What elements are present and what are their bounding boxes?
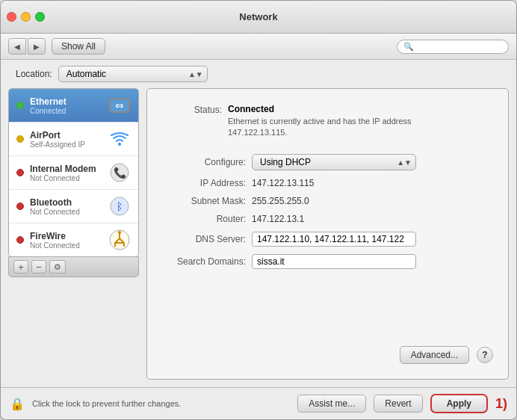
- firewire-name: FireWire: [30, 231, 108, 241]
- status-label: Status:: [162, 104, 222, 115]
- status-description: Ethernet is currently active and has the…: [228, 116, 430, 139]
- sidebar-wrap: Ethernet Connected ⇔ AirPort Self-Assign…: [8, 88, 139, 380]
- bluetooth-status: Not Connected: [30, 208, 108, 216]
- revert-button[interactable]: Revert: [374, 395, 422, 413]
- configure-row: Configure: Using DHCP Manually Using DHC…: [162, 154, 493, 170]
- toolbar: ◀ ▶ Show All 🔍: [1, 34, 516, 60]
- modem-text: Internal Modem Not Connected: [30, 164, 108, 182]
- drag-arrows-icon: ⇔: [109, 98, 130, 113]
- footer-message: Click the lock to prevent further change…: [32, 399, 290, 408]
- advanced-row: Advanced... ?: [162, 346, 493, 364]
- firewire-status-dot: [16, 236, 24, 244]
- sidebar-item-bluetooth[interactable]: Bluetooth Not Connected ᛒ: [9, 190, 138, 223]
- svg-text:ᛒ: ᛒ: [117, 200, 123, 212]
- sidebar: Ethernet Connected ⇔ AirPort Self-Assign…: [8, 88, 139, 257]
- router-value: 147.122.13.1: [252, 214, 304, 224]
- minimize-button[interactable]: [21, 12, 31, 22]
- search-domains-row: Search Domains:: [162, 254, 493, 269]
- search-icon: 🔍: [403, 42, 414, 52]
- ip-value: 147.122.13.115: [252, 178, 314, 188]
- location-label: Location:: [16, 69, 52, 79]
- sidebar-item-ethernet[interactable]: Ethernet Connected ⇔: [9, 89, 138, 123]
- dns-label: DNS Server:: [162, 234, 252, 244]
- bluetooth-icon: ᛒ: [108, 195, 131, 217]
- firewire-status: Not Connected: [30, 241, 108, 250]
- airport-text: AirPort Self-Assigned IP: [30, 130, 108, 149]
- subnet-value: 255.255.255.0: [252, 196, 309, 206]
- back-button[interactable]: ◀: [8, 38, 26, 55]
- svg-text:📞: 📞: [114, 167, 127, 179]
- main-content: Ethernet Connected ⇔ AirPort Self-Assign…: [1, 88, 516, 387]
- ethernet-text: Ethernet Connected: [30, 96, 108, 115]
- annotation-1: 1): [495, 396, 507, 412]
- status-row: Status: Connected Ethernet is currently …: [162, 104, 493, 139]
- ethernet-icon: ⇔: [108, 94, 131, 117]
- location-select[interactable]: Automatic Edit Locations...: [58, 66, 208, 82]
- ethernet-status: Connected: [30, 107, 108, 115]
- dns-row: DNS Server:: [162, 232, 493, 247]
- show-all-button[interactable]: Show All: [52, 38, 105, 55]
- add-connection-button[interactable]: +: [13, 260, 28, 274]
- apply-button[interactable]: Apply: [430, 394, 488, 413]
- network-window: 2) Network ◀ ▶ Show All 🔍 Location: Auto…: [0, 0, 517, 420]
- search-domains-label: Search Domains:: [162, 256, 252, 267]
- bluetooth-status-dot: [16, 203, 24, 210]
- sidebar-controls: + − ⚙: [8, 256, 139, 277]
- maximize-button[interactable]: [35, 12, 45, 22]
- dns-input[interactable]: [252, 232, 416, 247]
- footer: 🔒 Click the lock to prevent further chan…: [1, 387, 516, 419]
- ip-row: IP Address: 147.122.13.115: [162, 178, 493, 188]
- traffic-lights: [7, 12, 45, 22]
- search-box[interactable]: 🔍: [397, 40, 509, 54]
- bluetooth-name: Bluetooth: [30, 197, 108, 208]
- location-select-wrap: Automatic Edit Locations... ▲▼: [58, 66, 208, 82]
- assist-me-button[interactable]: Assist me...: [297, 395, 366, 413]
- bluetooth-text: Bluetooth Not Connected: [30, 197, 108, 216]
- location-bar: Location: Automatic Edit Locations... ▲▼: [1, 60, 516, 88]
- airport-status: Self-Assigned IP: [30, 140, 108, 149]
- modem-status-dot: [16, 169, 24, 176]
- configure-select-wrap: Using DHCP Manually Using DHCP with manu…: [252, 154, 416, 170]
- status-value-block: Connected Ethernet is currently active a…: [228, 104, 430, 139]
- help-button[interactable]: ?: [477, 347, 493, 363]
- advanced-button[interactable]: Advanced...: [400, 346, 469, 364]
- sidebar-item-airport[interactable]: AirPort Self-Assigned IP: [9, 123, 138, 156]
- close-button[interactable]: [7, 12, 16, 22]
- firewire-text: FireWire Not Connected: [30, 231, 108, 250]
- title-bar: Network: [1, 1, 516, 34]
- configure-label: Configure:: [162, 157, 252, 167]
- airport-name: AirPort: [30, 130, 108, 140]
- right-panel: Status: Connected Ethernet is currently …: [146, 88, 509, 380]
- sidebar-item-modem[interactable]: Internal Modem Not Connected 📞: [9, 156, 138, 190]
- gear-button[interactable]: ⚙: [49, 260, 66, 274]
- phone-icon: 📞: [108, 161, 131, 184]
- wifi-icon: [108, 128, 131, 150]
- svg-point-0: [118, 143, 121, 146]
- modem-status: Not Connected: [30, 174, 108, 182]
- sidebar-item-firewire[interactable]: FireWire Not Connected: [9, 223, 138, 256]
- subnet-label: Subnet Mask:: [162, 196, 252, 206]
- svg-point-12: [118, 231, 121, 234]
- modem-name: Internal Modem: [30, 164, 108, 174]
- forward-button[interactable]: ▶: [28, 38, 46, 55]
- ip-label: IP Address:: [162, 178, 252, 188]
- subnet-row: Subnet Mask: 255.255.255.0: [162, 196, 493, 206]
- router-label: Router:: [162, 214, 252, 224]
- form-rows: Configure: Using DHCP Manually Using DHC…: [162, 154, 493, 269]
- ethernet-name: Ethernet: [30, 96, 108, 107]
- firewire-icon: [108, 229, 131, 251]
- router-row: Router: 147.122.13.1: [162, 214, 493, 224]
- remove-connection-button[interactable]: −: [31, 260, 46, 274]
- search-domains-input[interactable]: [252, 254, 416, 269]
- status-connected: Connected: [228, 104, 430, 114]
- search-input[interactable]: [417, 42, 502, 51]
- configure-select[interactable]: Using DHCP Manually Using DHCP with manu…: [252, 154, 416, 170]
- lock-icon[interactable]: 🔒: [10, 397, 25, 411]
- airport-status-dot: [16, 135, 24, 143]
- nav-buttons: ◀ ▶: [8, 38, 46, 55]
- ethernet-status-dot: [16, 102, 24, 109]
- window-title: Network: [239, 11, 277, 22]
